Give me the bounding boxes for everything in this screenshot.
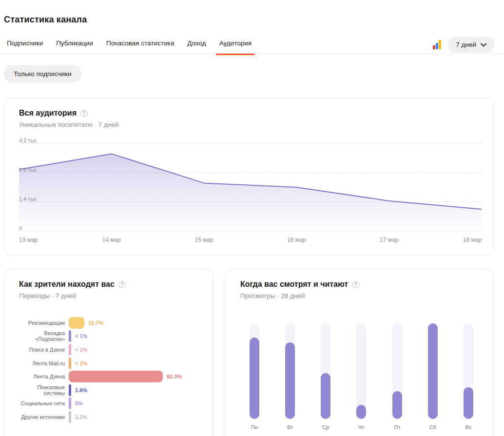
source-bar (69, 371, 163, 382)
source-bar (69, 357, 71, 369)
x-axis-label: 17 мар (373, 237, 405, 243)
question-circle-icon[interactable]: ? (352, 281, 359, 288)
chevron-down-icon (481, 43, 486, 47)
tab-hourly-stats[interactable]: Почасовая статистика (106, 37, 174, 54)
sources-card: Как зрители находят вас ? Переходы · 7 д… (4, 269, 213, 436)
weekday-label: Вс (459, 424, 478, 430)
weekday-bar-track (392, 323, 402, 419)
weekday-bar-fill (321, 373, 330, 419)
source-label: Поиск в Дзене (16, 347, 65, 353)
question-circle-icon[interactable]: ? (80, 110, 88, 117)
x-axis-label: 18 мар (450, 237, 482, 243)
source-label: Поисковые системы (16, 384, 65, 396)
y-axis-label: 0 (19, 225, 22, 232)
sources-card-title: Как зрители находят вас (19, 280, 115, 289)
source-bar (69, 330, 71, 342)
weekday-bar-track (321, 323, 330, 419)
audience-card-subtitle: Уникальные посетители · 7 дней (19, 121, 119, 128)
source-label: Другие источники (16, 414, 65, 420)
source-value: < 1% (75, 333, 87, 339)
x-axis-label: 16 мар (281, 237, 312, 243)
weekday-label: Сб (423, 424, 443, 430)
audience-card-title: Вся аудитория (19, 109, 77, 118)
source-bar (69, 317, 84, 329)
weekday-label: Вт (280, 424, 300, 430)
weekday-label: Пт (388, 424, 407, 430)
audience-card: Вся аудитория ? Уникальные посетители · … (4, 98, 494, 256)
weekday-bar-fill (464, 387, 473, 419)
weekday-label: Чт (351, 424, 371, 430)
tab-subscribers[interactable]: Подписчики (7, 37, 43, 54)
source-label: Социальные сети (16, 400, 65, 406)
source-row: Рекомендации13.7% (16, 316, 203, 330)
area-series (18, 141, 483, 234)
tabs: Подписчики Публикации Почасовая статисти… (7, 37, 252, 54)
source-row: Вкладка «Подписки»< 1% (16, 330, 203, 343)
source-label: Лента Дзена (16, 374, 65, 379)
question-circle-icon[interactable]: ? (118, 281, 126, 288)
weekday-bar-track (285, 323, 295, 419)
bar-chart-icon[interactable] (432, 40, 442, 50)
schedule-card: Когда вас смотрят и читают ? Просмотры ·… (225, 269, 494, 436)
source-bar (69, 384, 71, 396)
weekday-bar-fill (428, 323, 438, 419)
tab-bar: Подписчики Публикации Почасовая статисти… (0, 37, 504, 54)
source-row: Поисковые системы1.6% (16, 383, 203, 397)
source-value: 0% (75, 400, 83, 406)
source-value: 13.7% (88, 320, 103, 326)
weekday-bar-track (356, 323, 366, 419)
source-value: 1.6% (75, 387, 87, 393)
weekday-bar-fill (250, 337, 259, 419)
source-value: 82.3% (167, 374, 182, 379)
source-row: Другие источники2.2% (16, 410, 203, 424)
sources-card-subtitle: Переходы · 7 дней (19, 292, 76, 299)
weekday-bar-track (428, 323, 438, 419)
y-axis-label: 2.8 тыс (19, 166, 37, 173)
weekday-label: Ср (316, 424, 335, 430)
schedule-card-title: Когда вас смотрят и читают (240, 280, 348, 289)
source-bar (69, 411, 71, 423)
weekday-bar-track (464, 323, 473, 419)
tab-income[interactable]: Доход (187, 37, 206, 54)
period-selector[interactable]: 7 дней (448, 37, 494, 53)
page-title: Статистика канала (4, 15, 87, 25)
source-row: Социальные сети0% (16, 397, 203, 411)
weekday-bar-fill (285, 342, 295, 419)
schedule-card-subtitle: Просмотры · 28 дней (240, 292, 305, 299)
y-axis-label: 4.2 тыс (19, 137, 37, 144)
source-row: Лента Mail.ru< 1% (16, 357, 203, 370)
period-selector-label: 7 дней (456, 41, 476, 48)
source-bar (69, 344, 71, 356)
audience-area-chart: 01.4 тыс2.8 тыс4.2 тыс13 мар14 мар15 мар… (18, 141, 483, 244)
sources-bar-chart: Рекомендации13.7%Вкладка «Подписки»< 1%П… (16, 316, 203, 424)
tab-controls: 7 дней (432, 37, 494, 53)
source-bar (69, 397, 71, 409)
x-axis-label: 13 мар (19, 237, 50, 243)
source-value: 2.2% (75, 414, 87, 420)
tab-publications[interactable]: Публикации (56, 37, 93, 54)
weekday-label: Пн (245, 424, 264, 430)
y-axis-label: 1.4 тыс (19, 196, 37, 202)
x-axis-label: 15 мар (189, 237, 220, 243)
source-label: Лента Mail.ru (16, 360, 65, 366)
source-row: Поиск в Дзене< 1% (16, 343, 203, 357)
source-label: Вкладка «Подписки» (16, 330, 65, 342)
x-axis-label: 14 мар (96, 237, 127, 243)
weekday-bar-fill (392, 391, 402, 419)
weekday-bar-track (250, 323, 259, 419)
source-value: < 1% (75, 360, 87, 366)
source-value: < 1% (75, 347, 87, 353)
source-label: Рекомендации (16, 320, 65, 326)
tab-audience[interactable]: Аудитория (219, 37, 252, 54)
weekday-bar-fill (356, 405, 366, 419)
subscribers-only-chip[interactable]: Только подписчики (4, 65, 81, 82)
source-row: Лента Дзена82.3% (16, 370, 203, 383)
